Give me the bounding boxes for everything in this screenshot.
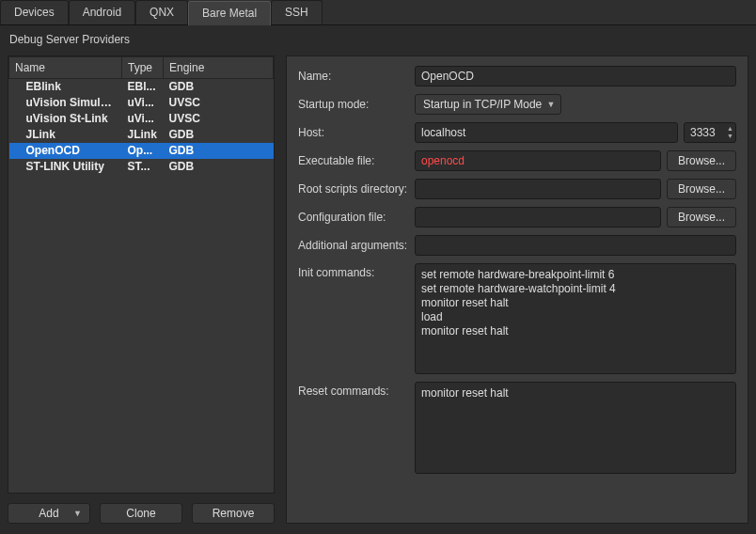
label-executable: Executable file: [298,154,409,167]
executable-field[interactable] [415,150,661,171]
host-field[interactable] [415,122,678,143]
col-type[interactable]: Type [122,57,164,79]
table-row[interactable]: uVision SimulatoruVi...UVSC [9,95,274,111]
chevron-down-icon: ▼ [73,509,82,518]
browse-config-file-button[interactable]: Browse... [667,207,736,228]
tabs: Devices Android QNX Bare Metal SSH [0,0,756,25]
tab-devices[interactable]: Devices [0,0,69,24]
table-row[interactable]: EBlinkEBl...GDB [9,79,274,96]
port-field[interactable]: 3333 ▲▼ [684,122,736,143]
clone-button[interactable]: Clone [100,503,182,524]
name-field[interactable] [415,66,736,86]
additional-args-field[interactable] [415,235,736,256]
reset-cmds-field[interactable] [415,382,736,474]
provider-form: Name: Startup mode: Startup in TCP/IP Mo… [286,55,748,524]
root-scripts-field[interactable] [415,179,661,199]
table-row[interactable]: OpenOCDOp...GDB [9,143,274,159]
label-config-file: Configuration file: [298,211,409,224]
col-name[interactable]: Name [9,57,122,79]
tab-qnx[interactable]: QNX [135,0,188,24]
init-cmds-field[interactable] [415,263,736,374]
add-button[interactable]: Add▼ [8,503,90,524]
label-additional-args: Additional arguments: [298,239,409,252]
label-host: Host: [298,126,409,139]
section-title: Debug Server Providers [0,25,756,50]
label-root-scripts: Root scripts directory: [298,182,409,196]
label-reset-cmds: Reset commands: [298,382,409,398]
label-init-cmds: Init commands: [298,263,409,279]
label-startup-mode: Startup mode: [298,98,409,111]
tab-android[interactable]: Android [69,0,135,24]
table-row[interactable]: ST-LINK UtilityST...GDB [9,159,274,175]
table-row[interactable]: uVision St-LinkuVi...UVSC [9,111,274,127]
providers-table[interactable]: Name Type Engine EBlinkEBl...GDBuVision … [8,55,275,494]
startup-mode-select[interactable]: Startup in TCP/IP Mode ▼ [415,94,561,115]
remove-button[interactable]: Remove [192,503,275,524]
config-file-field[interactable] [415,207,661,228]
label-name: Name: [298,70,409,83]
table-row[interactable]: JLinkJLinkGDB [9,127,274,143]
providers-panel: Name Type Engine EBlinkEBl...GDBuVision … [8,55,275,524]
spin-buttons[interactable]: ▲▼ [727,124,733,141]
browse-root-scripts-button[interactable]: Browse... [667,179,736,199]
browse-executable-button[interactable]: Browse... [667,150,736,171]
tab-bare-metal[interactable]: Bare Metal [188,1,271,25]
col-engine[interactable]: Engine [164,57,274,79]
tab-ssh[interactable]: SSH [271,0,323,24]
chevron-down-icon: ▼ [546,100,555,109]
